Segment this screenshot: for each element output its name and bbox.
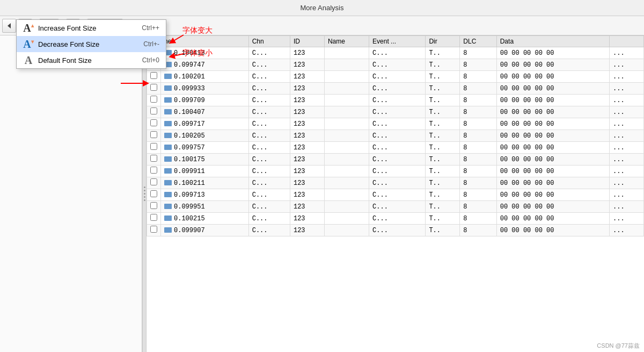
row-checkbox[interactable] (147, 142, 161, 154)
row-dir: T.. (426, 142, 460, 154)
row-checkbox-input[interactable] (150, 167, 157, 174)
col-header-dlc[interactable]: DLC (460, 36, 496, 47)
col-header-ne[interactable]: ne (161, 36, 249, 47)
row-extra: ... (610, 213, 644, 225)
row-checkbox[interactable] (147, 166, 161, 177)
row-extra: ... (610, 130, 644, 142)
decrease-font-icon: A▾ (23, 39, 34, 49)
col-header-chn[interactable]: Chn (248, 36, 290, 47)
increase-font-icon: A▴ (23, 23, 34, 33)
row-id: 123 (290, 130, 324, 142)
row-extra: ... (610, 225, 644, 236)
row-checkbox-input[interactable] (150, 84, 157, 91)
col-header-dir[interactable]: Dir (426, 36, 460, 47)
row-chn: C... (248, 213, 290, 225)
row-checkbox-input[interactable] (150, 143, 157, 150)
row-chn: C... (248, 142, 290, 154)
row-checkbox[interactable] (147, 95, 161, 106)
row-name (324, 201, 369, 213)
row-checkbox-input[interactable] (150, 155, 157, 162)
row-id: 123 (290, 118, 324, 130)
table-row: 0.100407C...123C...T..800 00 00 00 00... (147, 106, 644, 118)
table-row: 0.100211C...123C...T..800 00 00 00 00... (147, 177, 644, 189)
row-chn: C... (248, 71, 290, 83)
row-name (324, 118, 369, 130)
row-checkbox[interactable] (147, 118, 161, 130)
row-data: 00 00 00 00 00 (496, 225, 609, 236)
col-header-name[interactable]: Name (324, 36, 369, 47)
row-checkbox-input[interactable] (150, 226, 157, 233)
row-chn: C... (248, 106, 290, 118)
row-dir: T.. (426, 177, 460, 189)
row-event: C... (369, 154, 426, 166)
row-id: 123 (290, 154, 324, 166)
row-checkbox[interactable] (147, 106, 161, 118)
row-checkbox-input[interactable] (150, 190, 157, 197)
row-checkbox-input[interactable] (150, 119, 157, 126)
row-checkbox-input[interactable] (150, 178, 157, 185)
message-icon (164, 192, 172, 197)
menu-item-default[interactable]: A Default Font Size Ctrl+0 (17, 52, 166, 68)
row-extra: ... (610, 118, 644, 130)
table-row: 0.100413C...123C...T..800 00 00 00 00... (147, 47, 644, 59)
table-row: 0.099709C...123C...T..800 00 00 00 00... (147, 95, 644, 106)
message-icon (164, 227, 172, 233)
message-icon (164, 97, 172, 103)
menu-item-increase[interactable]: A▴ Increase Font Size Ctrl++ (17, 20, 166, 36)
col-header-data[interactable]: Data (496, 36, 609, 47)
table-row: 0.099747C...123C...T..800 00 00 00 00... (147, 59, 644, 71)
col-header-event[interactable]: Event ... (369, 36, 426, 47)
row-extra: ... (610, 95, 644, 106)
menu-item-increase-shortcut: Ctrl++ (142, 24, 159, 32)
table-row: 0.100175C...123C...T..800 00 00 00 00... (147, 154, 644, 166)
top-bar-title: More Analysis (301, 4, 344, 12)
row-checkbox-input[interactable] (150, 72, 157, 79)
row-data: 00 00 00 00 00 (496, 130, 609, 142)
row-time: 0.100407 (161, 106, 249, 118)
menu-item-decrease-label: Decrease Font Size (38, 40, 139, 48)
row-event: C... (369, 177, 426, 189)
row-checkbox-input[interactable] (150, 96, 157, 103)
row-event: C... (369, 47, 426, 59)
row-extra: ... (610, 177, 644, 189)
row-name (324, 95, 369, 106)
row-name (324, 59, 369, 71)
row-data: 00 00 00 00 00 (496, 71, 609, 83)
toolbar-prev-button[interactable] (2, 19, 16, 33)
row-time: 0.100175 (161, 154, 249, 166)
row-dlc: 8 (460, 166, 496, 177)
menu-item-decrease[interactable]: A▾ Decrease Font Size Ctrl+- (17, 36, 166, 52)
menu-item-increase-label: Increase Font Size (38, 24, 137, 32)
row-checkbox-input[interactable] (150, 107, 157, 114)
row-checkbox-input[interactable] (150, 202, 157, 209)
row-event: C... (369, 71, 426, 83)
top-bar: More Analysis (0, 0, 644, 16)
row-data: 00 00 00 00 00 (496, 106, 609, 118)
data-table: ne Chn ID Name Event ... Dir DLC Data 0.… (147, 35, 644, 236)
row-checkbox-input[interactable] (150, 214, 157, 221)
row-checkbox-input[interactable] (150, 131, 157, 138)
row-event: C... (369, 213, 426, 225)
row-checkbox[interactable] (147, 177, 161, 189)
table-wrapper[interactable]: ne Chn ID Name Event ... Dir DLC Data 0.… (147, 35, 644, 352)
row-checkbox[interactable] (147, 154, 161, 166)
row-id: 123 (290, 166, 324, 177)
row-checkbox[interactable] (147, 83, 161, 95)
left-panel (0, 35, 142, 352)
row-extra: ... (610, 47, 644, 59)
row-data: 00 00 00 00 00 (496, 118, 609, 130)
row-checkbox[interactable] (147, 225, 161, 236)
row-checkbox[interactable] (147, 71, 161, 83)
panel-splitter[interactable] (142, 35, 147, 352)
row-event: C... (369, 166, 426, 177)
col-header-id[interactable]: ID (290, 36, 324, 47)
row-name (324, 177, 369, 189)
row-checkbox[interactable] (147, 201, 161, 213)
row-name (324, 225, 369, 236)
row-checkbox[interactable] (147, 130, 161, 142)
row-time: 0.099747 (161, 59, 249, 71)
row-checkbox[interactable] (147, 213, 161, 225)
row-id: 123 (290, 189, 324, 201)
row-dir: T.. (426, 59, 460, 71)
row-checkbox[interactable] (147, 189, 161, 201)
